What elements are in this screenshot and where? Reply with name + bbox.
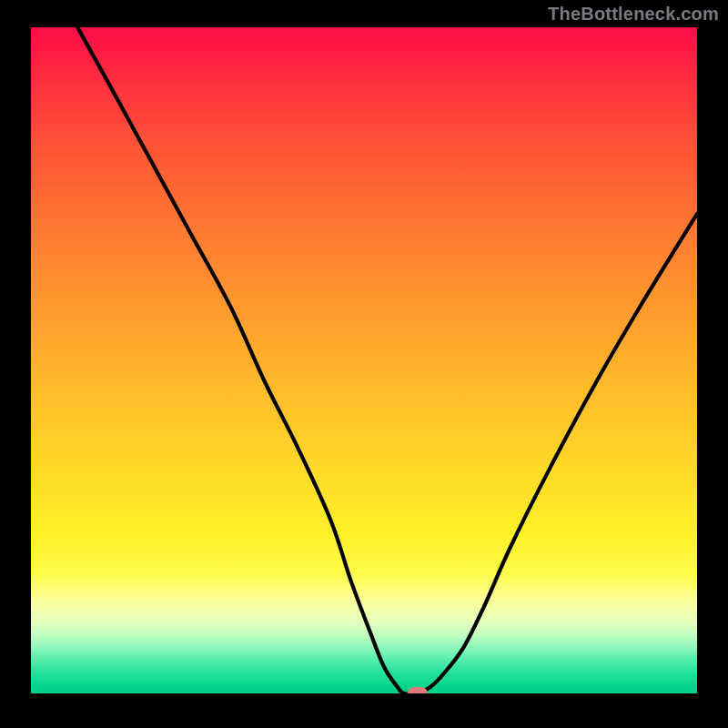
bottleneck-curve-path: [77, 27, 697, 693]
watermark-text: TheBottleneck.com: [548, 4, 719, 25]
bottleneck-curve: [31, 27, 697, 693]
plot-area: [31, 27, 697, 693]
chart-stage: TheBottleneck.com: [0, 0, 728, 728]
optimal-point-marker: [408, 687, 428, 693]
